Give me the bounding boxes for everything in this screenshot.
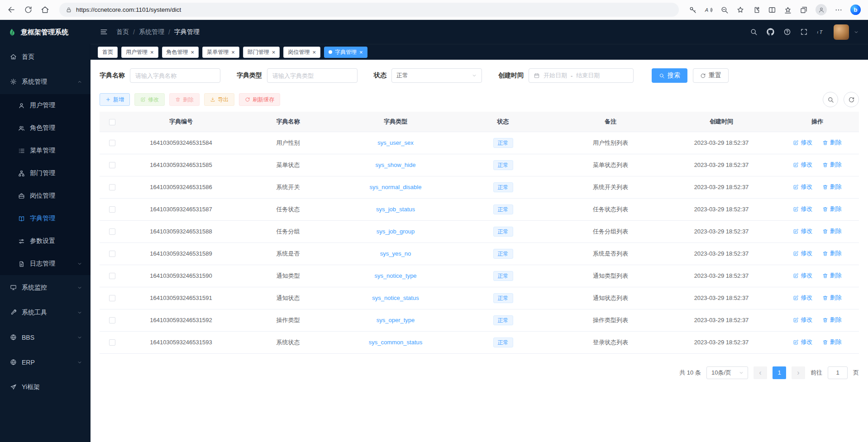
extensions-icon[interactable] <box>752 6 760 14</box>
sidebar-item-dept-management[interactable]: 部门管理 <box>0 162 91 185</box>
goto-page-input[interactable] <box>828 366 848 379</box>
breadcrumb-item-system[interactable]: 系统管理 <box>139 28 164 36</box>
refresh-cache-button[interactable]: 刷新缓存 <box>239 93 280 106</box>
tab-menu-management[interactable]: 菜单管理 <box>202 47 239 58</box>
dict-type-link[interactable]: sys_notice_type <box>374 272 416 279</box>
sidebar-item-role-management[interactable]: 角色管理 <box>0 117 91 139</box>
row-edit-link[interactable]: 修改 <box>793 249 812 257</box>
font-size-icon[interactable]: tT <box>817 28 825 36</box>
row-checkbox[interactable] <box>109 251 115 257</box>
zoom-out-icon[interactable] <box>720 6 729 14</box>
close-icon[interactable] <box>312 49 316 55</box>
collections-icon[interactable] <box>800 6 808 14</box>
dict-type-link[interactable]: sys_oper_type <box>377 317 415 323</box>
row-checkbox[interactable] <box>109 184 115 190</box>
row-checkbox[interactable] <box>109 339 115 346</box>
read-aloud-icon[interactable]: A <box>705 6 713 14</box>
sidebar-item-dict-management[interactable]: 字典管理 <box>0 207 91 230</box>
copilot-icon[interactable]: b <box>850 5 861 15</box>
row-delete-link[interactable]: 删除 <box>822 271 842 280</box>
page-size-select[interactable]: 10条/页 <box>706 366 748 379</box>
sidebar-item-yi-framework[interactable]: Yi框架 <box>0 375 91 399</box>
tab-role-management[interactable]: 角色管理 <box>162 47 199 58</box>
sidebar-item-system-management[interactable]: 系统管理 <box>0 69 91 94</box>
dict-name-input[interactable] <box>130 68 220 83</box>
row-edit-link[interactable]: 修改 <box>793 227 812 235</box>
sidebar-item-post-management[interactable]: 岗位管理 <box>0 185 91 207</box>
dict-type-link[interactable]: sys_user_sex <box>377 139 413 146</box>
tab-user-management[interactable]: 用户管理 <box>121 47 158 58</box>
row-edit-link[interactable]: 修改 <box>793 205 812 213</box>
select-all-checkbox[interactable] <box>109 119 115 125</box>
dict-type-link[interactable]: sys_yes_no <box>380 250 411 257</box>
row-delete-link[interactable]: 删除 <box>822 316 842 324</box>
tab-home[interactable]: 首页 <box>98 47 118 58</box>
row-delete-link[interactable]: 删除 <box>822 249 842 257</box>
export-button[interactable]: 导出 <box>204 93 234 106</box>
hamburger-icon[interactable] <box>100 28 108 36</box>
dict-type-link[interactable]: sys_show_hide <box>376 162 416 168</box>
close-icon[interactable] <box>231 49 235 55</box>
fullscreen-icon[interactable] <box>800 28 808 36</box>
sidebar-item-home[interactable]: 首页 <box>0 44 91 69</box>
row-checkbox[interactable] <box>109 317 115 323</box>
reset-button[interactable]: 重置 <box>693 68 729 83</box>
row-edit-link[interactable]: 修改 <box>793 183 812 191</box>
tab-dept-management[interactable]: 部门管理 <box>243 47 280 58</box>
sidebar-item-param-settings[interactable]: 参数设置 <box>0 230 91 252</box>
password-key-icon[interactable] <box>689 6 697 14</box>
row-checkbox[interactable] <box>109 228 115 235</box>
show-search-button[interactable] <box>823 92 838 107</box>
dict-type-link[interactable]: sys_job_group <box>377 228 415 235</box>
row-delete-link[interactable]: 删除 <box>822 138 842 147</box>
sidebar-item-log-management[interactable]: 日志管理 <box>0 252 91 275</box>
row-edit-link[interactable]: 修改 <box>793 138 812 147</box>
tab-dict-management[interactable]: 字典管理 <box>324 47 367 58</box>
row-delete-link[interactable]: 删除 <box>822 161 842 169</box>
row-edit-link[interactable]: 修改 <box>793 316 812 324</box>
refresh-table-button[interactable] <box>844 92 859 107</box>
breadcrumb-item-home[interactable]: 首页 <box>116 28 129 36</box>
github-icon[interactable] <box>767 28 774 36</box>
address-bar[interactable]: https://ccnetcore.com:1101/system/dict <box>59 3 679 17</box>
row-checkbox[interactable] <box>109 273 115 279</box>
status-select[interactable]: 正常 <box>391 68 482 83</box>
row-edit-link[interactable]: 修改 <box>793 161 812 169</box>
row-delete-link[interactable]: 删除 <box>822 338 842 346</box>
dict-type-link[interactable]: sys_job_status <box>376 206 415 213</box>
close-icon[interactable] <box>150 49 154 55</box>
dict-type-link[interactable]: sys_notice_status <box>372 295 419 301</box>
search-button[interactable]: 搜索 <box>652 68 687 83</box>
page-button-1[interactable]: 1 <box>773 366 786 379</box>
close-icon[interactable] <box>272 49 276 55</box>
sidebar-item-bbs[interactable]: BBS <box>0 325 91 350</box>
row-delete-link[interactable]: 删除 <box>822 227 842 235</box>
row-delete-link[interactable]: 删除 <box>822 205 842 213</box>
favorites-bar-icon[interactable] <box>784 6 792 14</box>
dict-type-input[interactable] <box>267 68 358 83</box>
row-checkbox[interactable] <box>109 295 115 301</box>
chevron-down-icon[interactable] <box>854 29 859 35</box>
row-delete-link[interactable]: 删除 <box>822 183 842 191</box>
prev-page-button[interactable] <box>754 366 767 379</box>
user-avatar[interactable] <box>834 24 849 40</box>
split-screen-icon[interactable] <box>768 6 776 14</box>
sidebar-item-system-monitor[interactable]: 系统监控 <box>0 275 91 300</box>
row-checkbox[interactable] <box>109 162 115 168</box>
close-icon[interactable] <box>359 49 363 55</box>
sidebar-item-erp[interactable]: ERP <box>0 350 91 375</box>
row-edit-link[interactable]: 修改 <box>793 271 812 280</box>
dict-type-link[interactable]: sys_common_status <box>369 339 423 346</box>
row-delete-link[interactable]: 删除 <box>822 294 842 302</box>
tab-post-management[interactable]: 岗位管理 <box>283 47 320 58</box>
back-icon[interactable] <box>7 5 16 14</box>
help-icon[interactable] <box>783 28 791 36</box>
favorites-add-icon[interactable] <box>736 6 744 14</box>
date-range-picker[interactable]: 开始日期 - 结束日期 <box>529 68 634 83</box>
dict-type-link[interactable]: sys_normal_disable <box>370 184 422 190</box>
sidebar-item-menu-management[interactable]: 菜单管理 <box>0 139 91 162</box>
row-checkbox[interactable] <box>109 206 115 213</box>
browser-profile-avatar[interactable] <box>816 4 827 15</box>
browser-home-icon[interactable] <box>41 5 49 14</box>
add-button[interactable]: 新增 <box>100 93 130 106</box>
